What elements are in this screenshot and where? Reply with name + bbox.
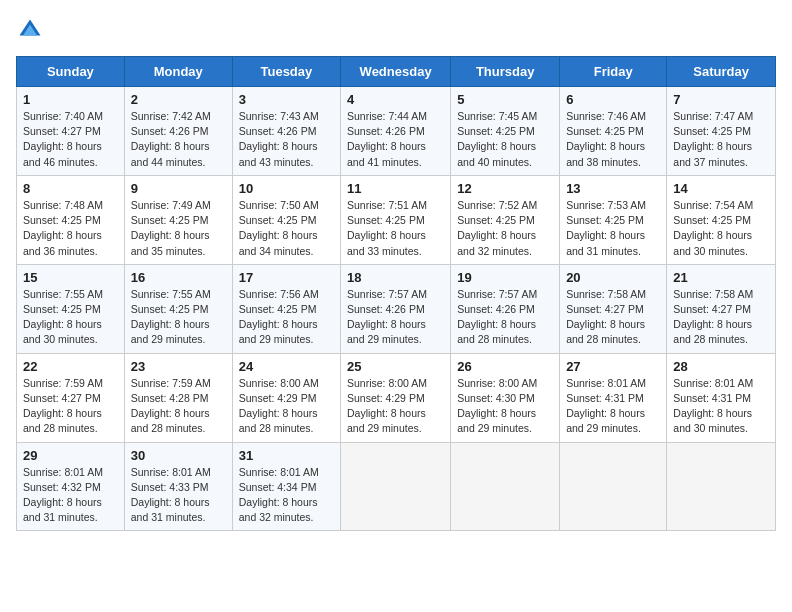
- weekday-header-saturday: Saturday: [667, 57, 776, 87]
- day-number: 14: [673, 181, 769, 196]
- calendar-week-4: 22 Sunrise: 7:59 AMSunset: 4:27 PMDaylig…: [17, 353, 776, 442]
- day-info: Sunrise: 8:00 AMSunset: 4:30 PMDaylight:…: [457, 376, 553, 437]
- day-info: Sunrise: 7:58 AMSunset: 4:27 PMDaylight:…: [673, 287, 769, 348]
- calendar-cell: 5 Sunrise: 7:45 AMSunset: 4:25 PMDayligh…: [451, 87, 560, 176]
- day-info: Sunrise: 8:00 AMSunset: 4:29 PMDaylight:…: [239, 376, 334, 437]
- logo: [16, 16, 48, 44]
- day-number: 6: [566, 92, 660, 107]
- day-info: Sunrise: 7:59 AMSunset: 4:28 PMDaylight:…: [131, 376, 226, 437]
- calendar-cell: 14 Sunrise: 7:54 AMSunset: 4:25 PMDaylig…: [667, 175, 776, 264]
- day-number: 27: [566, 359, 660, 374]
- calendar-cell: 24 Sunrise: 8:00 AMSunset: 4:29 PMDaylig…: [232, 353, 340, 442]
- calendar-cell: 23 Sunrise: 7:59 AMSunset: 4:28 PMDaylig…: [124, 353, 232, 442]
- day-number: 8: [23, 181, 118, 196]
- day-number: 15: [23, 270, 118, 285]
- day-info: Sunrise: 7:47 AMSunset: 4:25 PMDaylight:…: [673, 109, 769, 170]
- weekday-header-monday: Monday: [124, 57, 232, 87]
- day-number: 1: [23, 92, 118, 107]
- day-info: Sunrise: 7:42 AMSunset: 4:26 PMDaylight:…: [131, 109, 226, 170]
- calendar-cell: [667, 442, 776, 531]
- day-number: 4: [347, 92, 444, 107]
- day-info: Sunrise: 7:58 AMSunset: 4:27 PMDaylight:…: [566, 287, 660, 348]
- day-number: 13: [566, 181, 660, 196]
- calendar-week-5: 29 Sunrise: 8:01 AMSunset: 4:32 PMDaylig…: [17, 442, 776, 531]
- calendar-cell: 25 Sunrise: 8:00 AMSunset: 4:29 PMDaylig…: [341, 353, 451, 442]
- day-info: Sunrise: 7:44 AMSunset: 4:26 PMDaylight:…: [347, 109, 444, 170]
- calendar-cell: 10 Sunrise: 7:50 AMSunset: 4:25 PMDaylig…: [232, 175, 340, 264]
- weekday-header-thursday: Thursday: [451, 57, 560, 87]
- day-number: 22: [23, 359, 118, 374]
- calendar-cell: 13 Sunrise: 7:53 AMSunset: 4:25 PMDaylig…: [560, 175, 667, 264]
- weekday-header-sunday: Sunday: [17, 57, 125, 87]
- day-info: Sunrise: 7:49 AMSunset: 4:25 PMDaylight:…: [131, 198, 226, 259]
- weekday-header-wednesday: Wednesday: [341, 57, 451, 87]
- calendar-cell: 15 Sunrise: 7:55 AMSunset: 4:25 PMDaylig…: [17, 264, 125, 353]
- day-info: Sunrise: 7:45 AMSunset: 4:25 PMDaylight:…: [457, 109, 553, 170]
- calendar-cell: 8 Sunrise: 7:48 AMSunset: 4:25 PMDayligh…: [17, 175, 125, 264]
- day-number: 21: [673, 270, 769, 285]
- calendar-cell: 1 Sunrise: 7:40 AMSunset: 4:27 PMDayligh…: [17, 87, 125, 176]
- day-number: 18: [347, 270, 444, 285]
- day-number: 24: [239, 359, 334, 374]
- calendar-cell: 4 Sunrise: 7:44 AMSunset: 4:26 PMDayligh…: [341, 87, 451, 176]
- page-header: [16, 16, 776, 44]
- day-info: Sunrise: 7:50 AMSunset: 4:25 PMDaylight:…: [239, 198, 334, 259]
- calendar-cell: 21 Sunrise: 7:58 AMSunset: 4:27 PMDaylig…: [667, 264, 776, 353]
- calendar-week-1: 1 Sunrise: 7:40 AMSunset: 4:27 PMDayligh…: [17, 87, 776, 176]
- day-number: 5: [457, 92, 553, 107]
- calendar-cell: 30 Sunrise: 8:01 AMSunset: 4:33 PMDaylig…: [124, 442, 232, 531]
- calendar-cell: 18 Sunrise: 7:57 AMSunset: 4:26 PMDaylig…: [341, 264, 451, 353]
- calendar-cell: [341, 442, 451, 531]
- calendar-cell: 26 Sunrise: 8:00 AMSunset: 4:30 PMDaylig…: [451, 353, 560, 442]
- day-info: Sunrise: 7:54 AMSunset: 4:25 PMDaylight:…: [673, 198, 769, 259]
- day-number: 2: [131, 92, 226, 107]
- day-info: Sunrise: 8:01 AMSunset: 4:34 PMDaylight:…: [239, 465, 334, 526]
- calendar-week-3: 15 Sunrise: 7:55 AMSunset: 4:25 PMDaylig…: [17, 264, 776, 353]
- calendar-cell: 20 Sunrise: 7:58 AMSunset: 4:27 PMDaylig…: [560, 264, 667, 353]
- calendar-cell: 12 Sunrise: 7:52 AMSunset: 4:25 PMDaylig…: [451, 175, 560, 264]
- day-number: 28: [673, 359, 769, 374]
- day-number: 19: [457, 270, 553, 285]
- day-info: Sunrise: 7:55 AMSunset: 4:25 PMDaylight:…: [23, 287, 118, 348]
- day-info: Sunrise: 7:59 AMSunset: 4:27 PMDaylight:…: [23, 376, 118, 437]
- day-info: Sunrise: 7:57 AMSunset: 4:26 PMDaylight:…: [347, 287, 444, 348]
- day-info: Sunrise: 8:01 AMSunset: 4:32 PMDaylight:…: [23, 465, 118, 526]
- calendar-cell: [560, 442, 667, 531]
- day-number: 9: [131, 181, 226, 196]
- calendar-cell: 28 Sunrise: 8:01 AMSunset: 4:31 PMDaylig…: [667, 353, 776, 442]
- day-number: 30: [131, 448, 226, 463]
- day-info: Sunrise: 7:57 AMSunset: 4:26 PMDaylight:…: [457, 287, 553, 348]
- calendar-cell: 22 Sunrise: 7:59 AMSunset: 4:27 PMDaylig…: [17, 353, 125, 442]
- day-info: Sunrise: 8:01 AMSunset: 4:31 PMDaylight:…: [673, 376, 769, 437]
- calendar-cell: 16 Sunrise: 7:55 AMSunset: 4:25 PMDaylig…: [124, 264, 232, 353]
- calendar-cell: 3 Sunrise: 7:43 AMSunset: 4:26 PMDayligh…: [232, 87, 340, 176]
- calendar-cell: 29 Sunrise: 8:01 AMSunset: 4:32 PMDaylig…: [17, 442, 125, 531]
- day-number: 11: [347, 181, 444, 196]
- day-info: Sunrise: 7:55 AMSunset: 4:25 PMDaylight:…: [131, 287, 226, 348]
- day-number: 29: [23, 448, 118, 463]
- day-info: Sunrise: 7:43 AMSunset: 4:26 PMDaylight:…: [239, 109, 334, 170]
- day-info: Sunrise: 8:00 AMSunset: 4:29 PMDaylight:…: [347, 376, 444, 437]
- calendar-table: SundayMondayTuesdayWednesdayThursdayFrid…: [16, 56, 776, 531]
- day-info: Sunrise: 7:51 AMSunset: 4:25 PMDaylight:…: [347, 198, 444, 259]
- day-info: Sunrise: 7:53 AMSunset: 4:25 PMDaylight:…: [566, 198, 660, 259]
- day-number: 25: [347, 359, 444, 374]
- day-number: 12: [457, 181, 553, 196]
- day-info: Sunrise: 7:56 AMSunset: 4:25 PMDaylight:…: [239, 287, 334, 348]
- day-info: Sunrise: 8:01 AMSunset: 4:33 PMDaylight:…: [131, 465, 226, 526]
- weekday-header-friday: Friday: [560, 57, 667, 87]
- weekday-header-tuesday: Tuesday: [232, 57, 340, 87]
- day-number: 23: [131, 359, 226, 374]
- day-info: Sunrise: 7:48 AMSunset: 4:25 PMDaylight:…: [23, 198, 118, 259]
- calendar-cell: 31 Sunrise: 8:01 AMSunset: 4:34 PMDaylig…: [232, 442, 340, 531]
- day-number: 31: [239, 448, 334, 463]
- day-number: 10: [239, 181, 334, 196]
- calendar-cell: [451, 442, 560, 531]
- calendar-cell: 2 Sunrise: 7:42 AMSunset: 4:26 PMDayligh…: [124, 87, 232, 176]
- calendar-cell: 6 Sunrise: 7:46 AMSunset: 4:25 PMDayligh…: [560, 87, 667, 176]
- calendar-cell: 11 Sunrise: 7:51 AMSunset: 4:25 PMDaylig…: [341, 175, 451, 264]
- day-number: 20: [566, 270, 660, 285]
- calendar-cell: 17 Sunrise: 7:56 AMSunset: 4:25 PMDaylig…: [232, 264, 340, 353]
- day-info: Sunrise: 7:46 AMSunset: 4:25 PMDaylight:…: [566, 109, 660, 170]
- day-info: Sunrise: 7:52 AMSunset: 4:25 PMDaylight:…: [457, 198, 553, 259]
